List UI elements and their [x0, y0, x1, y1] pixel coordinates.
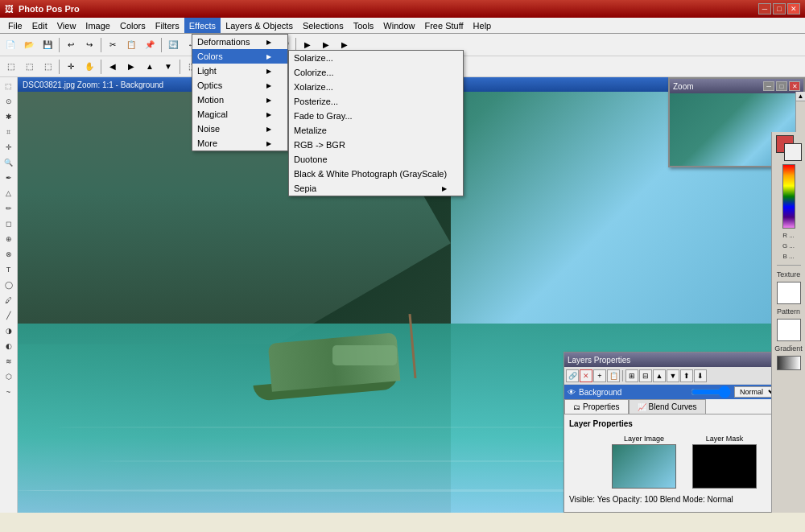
lt-zoom[interactable]: 🔍: [2, 155, 16, 170]
color-spectrum[interactable]: [782, 164, 795, 229]
lt-text[interactable]: T: [2, 262, 16, 277]
layers-tb-top[interactable]: ⬆: [680, 369, 693, 382]
paste-btn[interactable]: 📌: [141, 36, 159, 54]
menu-window[interactable]: Window: [378, 18, 419, 33]
lt-dodge[interactable]: ◑: [2, 324, 16, 338]
menu-help[interactable]: Help: [469, 18, 497, 33]
lt-smudge[interactable]: ~: [2, 385, 16, 399]
menu-selections[interactable]: Selections: [298, 18, 349, 33]
menu-edit[interactable]: Edit: [27, 18, 52, 33]
layers-tb-flatten[interactable]: ⊟: [639, 369, 652, 382]
menu-file[interactable]: File: [3, 18, 27, 33]
sel3-btn[interactable]: ⬚: [39, 58, 56, 76]
lt-line[interactable]: ╱: [2, 308, 16, 323]
close-button[interactable]: ✕: [787, 3, 800, 14]
nav1-btn[interactable]: ◀: [104, 58, 122, 76]
colors-sepia[interactable]: Sepia: [289, 181, 463, 196]
lt-eyedropper[interactable]: ✒: [2, 171, 16, 185]
visible-text: Visible: Yes Opacity: 100 Blend Mode: No…: [569, 495, 733, 504]
move-btn[interactable]: ✛: [62, 58, 80, 76]
zoom-max-btn[interactable]: □: [776, 81, 787, 91]
layers-tb-down[interactable]: ▼: [667, 369, 679, 382]
open-btn[interactable]: 📂: [20, 36, 38, 54]
layer-opacity-slider[interactable]: [691, 388, 731, 396]
effects-optics[interactable]: Optics: [192, 78, 287, 93]
nav2-btn[interactable]: ▶: [122, 58, 140, 76]
menu-effects[interactable]: Effects: [184, 18, 221, 33]
colors-colorize[interactable]: Colorize...: [289, 65, 463, 80]
lt-clone[interactable]: ⊕: [2, 232, 16, 246]
colors-fade-to-gray[interactable]: Fade to Gray...: [289, 109, 463, 123]
menu-layers-objects[interactable]: Layers & Objects: [221, 18, 298, 33]
pattern-box[interactable]: [777, 319, 801, 341]
effects-magical[interactable]: Magical: [192, 107, 287, 122]
lt-burn[interactable]: ◐: [2, 339, 16, 353]
menu-filters[interactable]: Filters: [151, 18, 184, 33]
nav4-btn[interactable]: ▼: [159, 58, 177, 76]
cut-btn[interactable]: ✂: [104, 36, 122, 54]
tab-blend-curves[interactable]: 📈 Blend Curves: [629, 399, 706, 414]
texture-box[interactable]: [777, 282, 801, 304]
sel1-btn[interactable]: ⬚: [2, 58, 19, 76]
lt-move[interactable]: ✛: [2, 140, 16, 155]
layers-tb-up[interactable]: ▲: [653, 369, 666, 382]
lt-heal[interactable]: ⊗: [2, 247, 16, 262]
colors-duotone[interactable]: Duotone: [289, 152, 463, 167]
lt-brush[interactable]: ✏: [2, 201, 16, 216]
lt-pen[interactable]: 🖊: [2, 293, 16, 307]
colors-bw-photo[interactable]: Black & White Photograph (GrayScale): [289, 167, 463, 181]
colors-solarize[interactable]: Solarize...: [289, 51, 463, 65]
undo-btn[interactable]: ↩: [62, 36, 80, 54]
colors-metalize[interactable]: Metalize: [289, 123, 463, 138]
lt-select[interactable]: ⬚: [2, 79, 16, 93]
menu-image[interactable]: Image: [80, 18, 115, 33]
layers-tb-add[interactable]: +: [593, 369, 606, 382]
lt-eraser[interactable]: ◻: [2, 217, 16, 231]
effects-colors[interactable]: Colors: [192, 49, 287, 64]
maximize-button[interactable]: □: [773, 3, 786, 14]
effects-motion[interactable]: Motion: [192, 93, 287, 107]
colors-xolarize[interactable]: Xolarize...: [289, 80, 463, 94]
save-btn[interactable]: 💾: [39, 36, 56, 54]
zoom-min-btn[interactable]: ─: [763, 81, 774, 91]
scroll-up-btn[interactable]: ▲: [796, 92, 806, 101]
colors-posterize[interactable]: Posterize...: [289, 94, 463, 109]
sel2-btn[interactable]: ⬚: [20, 58, 38, 76]
lt-crop[interactable]: ⌗: [2, 125, 16, 139]
hand-btn[interactable]: ✋: [80, 58, 98, 76]
rotate-btn[interactable]: 🔄: [164, 36, 182, 54]
lt-sharpen[interactable]: ⬡: [2, 369, 16, 384]
menu-free-stuff[interactable]: Free Stuff: [419, 18, 468, 33]
lt-lasso[interactable]: ⊙: [2, 94, 16, 109]
layers-tb-link[interactable]: 🔗: [566, 369, 579, 382]
tab-properties[interactable]: 🗂 Properties: [564, 399, 629, 414]
lt-blur[interactable]: ≋: [2, 354, 16, 369]
copy-btn[interactable]: 📋: [122, 36, 140, 54]
fg-bg-colors[interactable]: [776, 135, 802, 161]
zoom-close-btn[interactable]: ✕: [789, 81, 800, 91]
effects-noise[interactable]: Noise: [192, 122, 287, 136]
effects-more[interactable]: More: [192, 136, 287, 151]
layer-eye-icon[interactable]: 👁: [568, 388, 576, 397]
minimize-button[interactable]: ─: [758, 3, 771, 14]
redo-btn[interactable]: ↪: [80, 36, 98, 54]
sep8: [101, 60, 101, 74]
effects-light[interactable]: Light: [192, 64, 287, 78]
sep1: [59, 38, 60, 52]
menu-view[interactable]: View: [52, 18, 81, 33]
colors-rgb-bgr[interactable]: RGB -> BGR: [289, 138, 463, 152]
menu-tools[interactable]: Tools: [349, 18, 379, 33]
nav3-btn[interactable]: ▲: [141, 58, 159, 76]
layers-tb-del[interactable]: ✕: [580, 369, 592, 382]
new-btn[interactable]: 📄: [2, 36, 19, 54]
menu-colors[interactable]: Colors: [115, 18, 151, 33]
layers-tb-bottom[interactable]: ⬇: [694, 369, 707, 382]
lt-magic[interactable]: ✱: [2, 109, 16, 124]
layers-tb-merge[interactable]: ⊞: [625, 369, 638, 382]
lt-fill[interactable]: △: [2, 186, 16, 200]
bg-color-box[interactable]: [784, 143, 802, 161]
lt-shape[interactable]: ◯: [2, 278, 16, 292]
effects-deformations[interactable]: Deformations: [192, 35, 287, 49]
layers-tb-copy[interactable]: 📋: [607, 369, 620, 382]
gradient-box[interactable]: [777, 356, 801, 370]
